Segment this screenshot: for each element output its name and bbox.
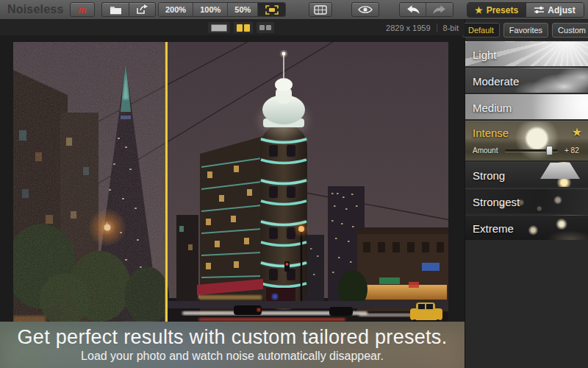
zoom-50-button[interactable]: 50% (228, 3, 258, 16)
zoom-100-button[interactable]: 100% (193, 3, 228, 16)
caption-subtitle: Load your photo and watch noise automati… (0, 350, 465, 363)
file-button-group (101, 2, 156, 17)
preset-light[interactable]: Light (465, 41, 588, 66)
photo-canvas-area: Get perfect results with custom tailored… (0, 35, 465, 368)
before-after-split-handle[interactable] (165, 42, 168, 368)
undo-icon (406, 4, 420, 15)
share-export-button[interactable] (129, 2, 156, 17)
tab-adjust[interactable]: Adjust (526, 3, 584, 17)
marketing-caption: Get perfect results with custom tailored… (0, 322, 465, 368)
app-window: Noiseless m 200% 100% 50% (0, 0, 588, 368)
view-options-bar: 2829 x 1959 8-bit (0, 20, 465, 35)
favorite-star-icon[interactable]: ★ (572, 125, 582, 139)
split-view-icon (237, 24, 243, 32)
view-mode-group (208, 22, 274, 33)
amount-slider-handle[interactable] (546, 146, 553, 155)
preset-list: Light Moderate Medium Intense ★ Amount +… (465, 41, 588, 241)
compare-view-icon (259, 25, 265, 30)
image-info: 2829 x 1959 8-bit (386, 20, 459, 35)
star-icon: ★ (475, 6, 483, 15)
fit-screen-icon (265, 5, 279, 15)
preset-tab-default[interactable]: Default (462, 23, 500, 38)
adjust-sliders-icon (534, 6, 544, 14)
open-file-button[interactable] (101, 2, 129, 17)
open-folder-icon (110, 5, 122, 15)
m-logo-icon: m (78, 4, 87, 15)
presets-tab-label: Presets (487, 5, 518, 15)
preset-extreme[interactable]: Extreme (465, 215, 588, 240)
eye-icon (358, 5, 373, 14)
zoom-control-group: 200% 100% 50% (158, 2, 286, 17)
single-view-icon (211, 24, 227, 32)
share-icon (136, 4, 148, 15)
zoom-200-button[interactable]: 200% (159, 3, 193, 16)
preset-moderate[interactable]: Moderate (465, 68, 588, 93)
bit-depth-badge: 8-bit (443, 24, 459, 32)
undo-button[interactable] (400, 3, 426, 16)
amount-slider-row: Amount + 82 (473, 145, 583, 155)
caption-title: Get perfect results with custom tailored… (0, 326, 465, 349)
preview-original-button[interactable] (351, 2, 379, 17)
info-divider (437, 24, 437, 32)
redo-icon (432, 4, 447, 15)
image-dimensions: 2829 x 1959 (386, 24, 431, 32)
single-view-button[interactable] (208, 22, 230, 33)
crop-grid-button[interactable] (309, 2, 332, 17)
preset-strong[interactable]: Strong (465, 162, 588, 187)
tab-presets[interactable]: ★ Presets (467, 3, 526, 17)
fit-to-screen-button[interactable] (258, 3, 285, 16)
photo-night-cityscape[interactable] (13, 42, 448, 368)
amount-label: Amount (473, 146, 505, 155)
preset-category-tabs: Default Favorites Custom (465, 23, 588, 39)
preset-tab-favorites[interactable]: Favorites (503, 23, 548, 38)
panel-tab-group: ★ Presets Adjust (467, 2, 584, 18)
preset-intense-selected[interactable]: Intense ★ Amount + 82 (465, 121, 588, 160)
side-by-side-view-button[interactable] (257, 22, 274, 33)
grid-icon (314, 5, 327, 15)
adjust-tab-label: Adjust (548, 5, 575, 15)
preset-medium[interactable]: Medium (465, 94, 588, 119)
preset-tab-custom[interactable]: Custom (552, 23, 588, 38)
presets-panel: Default Favorites Custom Light Moderate … (465, 20, 588, 368)
redo-button[interactable] (426, 3, 453, 16)
split-view-button[interactable] (234, 22, 253, 33)
amount-value: + 82 (564, 146, 579, 155)
preset-strongest[interactable]: Strongest (465, 188, 588, 213)
history-button-group (399, 2, 453, 17)
app-title: Noiseless (7, 0, 64, 19)
amount-slider-track[interactable] (505, 149, 558, 152)
main-toolbar: Noiseless m 200% 100% 50% (0, 0, 588, 20)
macphun-logo-button[interactable]: m (70, 2, 95, 17)
